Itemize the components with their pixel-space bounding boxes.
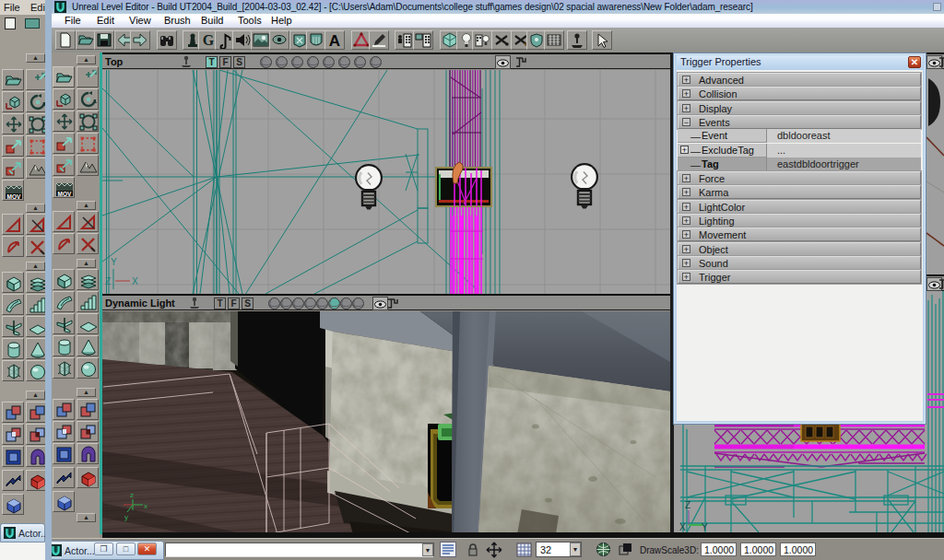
- svg-text:Y: Y: [111, 257, 117, 267]
- svg-text:MOV: MOV: [58, 191, 72, 197]
- svg-text:Y: Y: [702, 522, 708, 532]
- svg-text:G: G: [203, 32, 215, 48]
- svg-text:Z: Z: [685, 500, 690, 510]
- svg-text:X: X: [679, 522, 686, 532]
- svg-text:z: z: [130, 491, 134, 499]
- svg-text:y: y: [124, 513, 128, 521]
- svg-text:X: X: [132, 276, 138, 286]
- svg-text:MOV: MOV: [7, 193, 21, 200]
- svg-text:A: A: [329, 32, 340, 49]
- svg-text:Z: Z: [105, 276, 111, 286]
- svg-text:x: x: [144, 502, 148, 510]
